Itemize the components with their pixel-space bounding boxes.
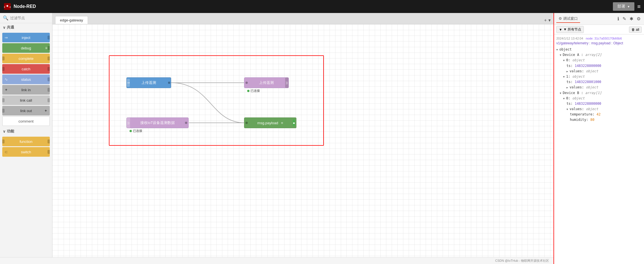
debug-tree: object Device A : array[2] 0: object ts:…	[556, 47, 642, 123]
inject-node-body: 上传遥测	[130, 80, 167, 85]
tree-b-0-values-key[interactable]: values: object	[567, 107, 598, 111]
link-call-label: link call	[20, 98, 32, 102]
section-function-toggle[interactable]: ∨ 功能	[0, 127, 52, 136]
tab-label: edge-gateway	[60, 18, 83, 22]
sidebar-item-inject[interactable]: ⇒ inject	[2, 33, 50, 42]
sidebar-item-link-call[interactable]: link call	[2, 95, 50, 105]
edit-icon-button[interactable]: ✎	[621, 15, 627, 23]
tree-device-b-0-key[interactable]: 0: object	[563, 96, 585, 100]
inject-label: inject	[22, 36, 30, 40]
tree-a-1-values-key[interactable]: values: object	[567, 85, 598, 89]
sidebar-item-link-out[interactable]: link out ✦	[2, 106, 50, 115]
flow-node-debug1[interactable]: msg.payload ≡ ■	[244, 117, 296, 128]
flow-node-mqtt-in1[interactable]: )) 接收IoT设备遥测数据 已连接	[126, 117, 189, 128]
sidebar-item-link-in[interactable]: ✦ link in	[2, 85, 50, 95]
menu-button[interactable]: ≡	[637, 3, 641, 10]
debug-right-port: ■	[293, 118, 296, 128]
tree-device-a-1-key[interactable]: 1: object	[563, 75, 585, 78]
info-icon-button[interactable]: ℹ	[616, 15, 620, 23]
mqtt-in-label: 接收IoT设备遥测数据	[140, 120, 175, 125]
tree-device-a: Device A : array[2] 0: object ts: 148322…	[556, 52, 642, 90]
main-layout: 🔍 ∨ 共通 ⇒ inject debug ≡ complete	[0, 13, 644, 264]
settings-icon-button[interactable]: ⚙	[636, 15, 642, 23]
sidebar-item-switch[interactable]: ⊂ switch	[2, 147, 50, 157]
svg-point-4	[4, 6, 5, 8]
tree-a-0-ts: ts: 1483228800000	[563, 63, 642, 69]
function-right-handle	[48, 139, 50, 143]
mqtt-out-right-port: ))	[285, 78, 288, 88]
tree-b-humidity-val: 80	[590, 118, 594, 122]
comment-label: comment	[18, 119, 33, 123]
svg-point-5	[10, 6, 11, 8]
sidebar-item-function[interactable]: function	[2, 137, 50, 146]
filter-nodes-button[interactable]: ▼ ▼ 所有节点	[556, 26, 584, 33]
deploy-button[interactable]: 部署 ▼	[613, 2, 634, 11]
inject-arrow-icon: ⇒	[5, 35, 8, 40]
tree-device-b-0: 0: object ts: 1483228800000 values: obje…	[560, 96, 642, 123]
mqtt-in-status-dot	[130, 130, 132, 132]
section-common-toggle[interactable]: ∨ 共通	[0, 23, 52, 32]
mqtt-in-status: 已连接	[130, 129, 142, 133]
debug-body: msg.payload ≡	[248, 121, 293, 125]
debug-node-link[interactable]: node: 31c7a550170b66b6	[586, 37, 622, 40]
tree-device-a-1: 1: object ts: 1483228801000 values: obje…	[560, 74, 642, 90]
debug-node-label: msg.payload	[257, 121, 278, 125]
debug-active-icon[interactable]: ■	[293, 121, 295, 125]
chevron-down-icon: ∨	[3, 25, 6, 30]
tree-a-0-values-key[interactable]: values: object	[567, 69, 598, 73]
debug-lines-icon: ≡	[45, 46, 48, 50]
debug-content: 2024/1/12 13:42:04 node: 31c7a550170b66b…	[554, 34, 644, 264]
tree-root-key[interactable]: object	[556, 47, 572, 51]
tree-a-0-values: values: object	[563, 69, 642, 74]
canvas-grid[interactable]: ⇒ 上传遥测 上传遥测	[52, 24, 553, 264]
mqtt-out-status: 已连接	[247, 89, 260, 93]
complete-label: complete	[19, 56, 34, 61]
common-nodes: ⇒ inject debug ≡ complete catch ∿	[0, 32, 52, 127]
tab-debug-button[interactable]: ⚙ 调试窗口	[556, 15, 580, 23]
flow-node-mqtt-out1[interactable]: 上传遥测 )) 已连接	[244, 77, 289, 88]
flow-node-inject1[interactable]: ⇒ 上传遥测	[126, 77, 171, 88]
tab-dropdown-button[interactable]: ▾	[548, 18, 551, 23]
sidebar-item-status[interactable]: ∿ status	[2, 75, 50, 84]
mqtt-in-left-port: ))	[127, 118, 130, 128]
pin-icon-button[interactable]: ✱	[628, 15, 634, 23]
tree-a-1-ts: ts: 1483228801000	[563, 79, 642, 85]
mqtt-out-status-text: 已连接	[251, 89, 260, 93]
tree-b-humidity-key: humidity:	[570, 118, 590, 122]
function-nodes: function ⊂ switch	[0, 136, 52, 158]
section-common-label: 共通	[7, 25, 14, 30]
mqtt-out-left-port	[244, 78, 248, 88]
filter-label: ▼ 所有节点	[563, 27, 581, 32]
svg-point-3	[7, 5, 8, 7]
tree-b-0-ts-val: 1483228800000	[575, 102, 601, 106]
tree-a-0-ts-key: ts:	[567, 64, 575, 68]
tab-edge-gateway[interactable]: edge-gateway	[55, 16, 88, 24]
clear-debug-button[interactable]: 🗑 all	[629, 27, 642, 33]
sidebar-item-debug[interactable]: debug ≡	[2, 43, 50, 53]
tree-device-a-key[interactable]: Device A : array[2]	[560, 53, 602, 57]
sidebar-item-complete[interactable]: complete	[2, 54, 50, 63]
complete-left-handle	[2, 56, 5, 60]
link-out-icon: ✦	[44, 108, 48, 113]
tree-device-b-key[interactable]: Device B : array[1]	[560, 91, 602, 95]
link-call-left-handle	[2, 98, 5, 102]
filter-input[interactable]	[10, 16, 52, 20]
sidebar-item-comment[interactable]: comment	[2, 116, 50, 126]
sidebar-item-catch[interactable]: catch	[2, 64, 50, 74]
debug-panel-title: 调试窗口	[563, 16, 578, 21]
tree-device-a-0-key[interactable]: 0: object	[563, 58, 585, 62]
switch-icon: ⊂	[5, 150, 8, 154]
status-wave-icon: ∿	[5, 77, 8, 82]
status-label: status	[21, 77, 31, 82]
mqtt-out-wave-icon: ))	[286, 81, 288, 84]
app-title: Node-RED	[14, 4, 36, 9]
footer-text: CSDN @IoTHub - 物联网开源技术社区	[495, 259, 549, 263]
right-panel-tabs: ⚙ 调试窗口 ℹ ✎ ✱ ⚙	[554, 13, 644, 25]
debug-lines-icon2: ≡	[281, 121, 283, 125]
debug-entry-header: 2024/1/12 13:42:04 node: 31c7a550170b66b…	[556, 37, 642, 40]
inject-node-label: 上传遥测	[141, 80, 156, 85]
add-tab-button[interactable]: +	[544, 18, 547, 23]
debug-right-handle	[48, 46, 50, 50]
inject-left-port: ⇒	[127, 78, 130, 88]
node-red-logo-icon	[3, 3, 11, 10]
